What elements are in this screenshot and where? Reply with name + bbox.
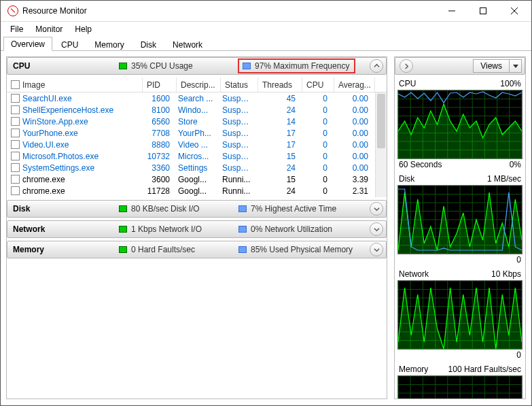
table-row[interactable]: WinStore.App.exe6560StoreSuspe...1400.00: [7, 116, 387, 127]
expand-disk-button[interactable]: [370, 202, 383, 216]
menu-file[interactable]: File: [5, 23, 29, 35]
row-checkbox[interactable]: [11, 186, 20, 195]
app-icon: [7, 5, 18, 16]
chart-disk: Disk1 MB/sec0: [397, 173, 522, 265]
chart-memory: Memory100 Hard Faults/sec: [397, 363, 522, 399]
section-title-cpu: CPU: [13, 61, 115, 71]
cpu-freq-text: 97% Maximum Frequency: [255, 61, 349, 71]
menu-help[interactable]: Help: [69, 23, 97, 35]
close-button[interactable]: [499, 1, 530, 21]
disk-active-swatch-icon: [238, 205, 247, 212]
select-all-checkbox[interactable]: [11, 80, 20, 89]
section-header-disk[interactable]: Disk 80 KB/sec Disk I/O 7% Highest Activ…: [7, 200, 387, 218]
window-title: Resource Monitor: [22, 6, 436, 16]
col-threads[interactable]: Threads: [258, 78, 302, 92]
net-util-swatch-icon: [238, 226, 247, 233]
row-checkbox[interactable]: [11, 140, 20, 149]
row-checkbox[interactable]: [11, 105, 20, 114]
title-bar: Resource Monitor: [1, 1, 531, 22]
views-button[interactable]: Views: [473, 59, 510, 73]
collapse-cpu-button[interactable]: [370, 59, 383, 73]
section-header-network[interactable]: Network 1 Kbps Network I/O 0% Network Ut…: [7, 220, 387, 238]
section-header-memory[interactable]: Memory 0 Hard Faults/sec 85% Used Physic…: [7, 241, 387, 258]
chart-canvas: [397, 280, 522, 350]
section-header-cpu[interactable]: CPU 35% CPU Usage 97% Maximum Frequency: [7, 57, 387, 75]
cpu-freq-swatch-icon: [243, 63, 251, 69]
row-checkbox[interactable]: [11, 94, 20, 103]
row-checkbox[interactable]: [11, 117, 20, 126]
table-row[interactable]: SearchUI.exe1600Search ...Suspe...4500.0…: [7, 92, 387, 104]
cpu-max-freq-highlight: 97% Maximum Frequency: [238, 59, 355, 73]
overview-panel: CPU 35% CPU Usage 97% Maximum Frequency …: [6, 56, 387, 399]
row-checkbox[interactable]: [11, 163, 20, 172]
net-util-text: 0% Network Utilization: [251, 224, 332, 234]
tab-disk[interactable]: Disk: [133, 37, 164, 52]
row-checkbox[interactable]: [11, 129, 20, 137]
chart-scale: 100%: [500, 79, 521, 88]
chart-canvas: [397, 90, 522, 159]
col-image[interactable]: Image: [7, 78, 143, 92]
table-scrollbar[interactable]: [375, 92, 387, 197]
chart-title: Network: [399, 269, 429, 279]
table-row[interactable]: chrome.exe3600Googl...Runni...1503.39: [7, 173, 387, 185]
menu-bar: File Monitor Help: [1, 22, 531, 36]
expand-network-button[interactable]: [370, 222, 383, 236]
views-dropdown-icon[interactable]: [510, 59, 522, 73]
svg-marker-4: [513, 65, 518, 68]
col-status[interactable]: Status: [221, 78, 258, 92]
tab-cpu[interactable]: CPU: [54, 37, 86, 52]
charts-header: Views: [395, 57, 525, 75]
row-checkbox[interactable]: [11, 175, 20, 184]
expand-memory-button[interactable]: [370, 243, 383, 256]
table-row[interactable]: Video.UI.exe8880Video ...Suspe...1700.00: [7, 139, 387, 150]
disk-io-text: 80 KB/sec Disk I/O: [131, 204, 200, 214]
chart-scale: 1 MB/sec: [487, 174, 521, 184]
row-checkbox[interactable]: [11, 152, 20, 160]
section-title-memory: Memory: [13, 245, 115, 254]
section-title-network: Network: [13, 224, 115, 234]
svg-rect-1: [480, 8, 486, 14]
table-row[interactable]: YourPhone.exe7708YourPh...Suspe...1700.0…: [7, 127, 387, 139]
col-cpu[interactable]: CPU: [302, 78, 334, 92]
menu-monitor[interactable]: Monitor: [30, 23, 68, 35]
table-row[interactable]: ShellExperienceHost.exe8100Windo...Suspe…: [7, 104, 387, 116]
chart-title: Memory: [399, 365, 428, 374]
chart-title: Disk: [399, 174, 414, 184]
minimize-button[interactable]: [436, 1, 467, 21]
tab-memory[interactable]: Memory: [87, 37, 131, 52]
chart-title: CPU: [399, 79, 416, 88]
mem-faults-swatch-icon: [119, 246, 127, 253]
chart-canvas: [397, 185, 522, 254]
chart-cpu: CPU100%60 Seconds0%: [397, 78, 522, 170]
mem-used-text: 85% Used Physical Memory: [251, 245, 353, 254]
tab-network[interactable]: Network: [165, 37, 210, 52]
charts-panel: Views CPU100%60 Seconds0%Disk1 MB/sec0Ne…: [394, 56, 526, 399]
cpu-process-table: Image PID Descrip... Status Threads CPU …: [7, 78, 387, 197]
table-row[interactable]: SystemSettings.exe3360SettingsSuspe...24…: [7, 162, 387, 173]
col-average[interactable]: Averag...: [334, 78, 375, 92]
net-io-text: 1 Kbps Network I/O: [131, 224, 202, 234]
chart-scale: 10 Kbps: [491, 269, 521, 279]
col-description[interactable]: Descrip...: [177, 78, 221, 92]
cpu-usage-text: 35% CPU Usage: [131, 61, 193, 71]
collapse-charts-button[interactable]: [400, 59, 413, 73]
mem-faults-text: 0 Hard Faults/sec: [131, 245, 195, 254]
cpu-usage-swatch-icon: [119, 63, 127, 69]
chart-canvas: [397, 375, 522, 399]
tab-overview[interactable]: Overview: [3, 37, 52, 51]
maximize-button[interactable]: [467, 1, 499, 21]
chart-network: Network10 Kbps0: [397, 268, 522, 360]
disk-io-swatch-icon: [119, 205, 127, 212]
col-pid[interactable]: PID: [143, 78, 177, 92]
net-io-swatch-icon: [119, 226, 127, 233]
chart-scale: 100 Hard Faults/sec: [448, 365, 521, 374]
mem-used-swatch-icon: [238, 246, 247, 253]
tab-bar: Overview CPU Memory Disk Network: [1, 36, 531, 51]
section-title-disk: Disk: [13, 204, 115, 214]
disk-active-text: 7% Highest Active Time: [251, 204, 336, 214]
table-row[interactable]: chrome.exe11728Googl...Runni...2402.31: [7, 185, 387, 197]
table-row[interactable]: Microsoft.Photos.exe10732Micros...Suspe.…: [7, 150, 387, 162]
